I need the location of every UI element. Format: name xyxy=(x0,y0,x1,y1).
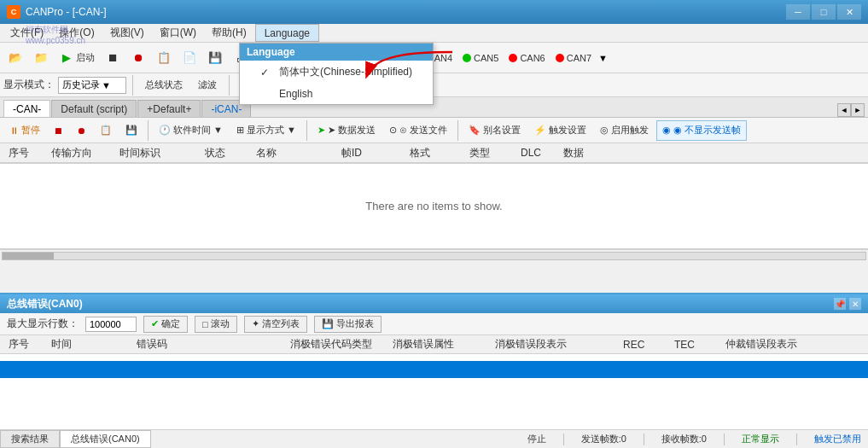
close-button[interactable]: ✕ xyxy=(837,4,861,20)
toolbar-stop[interactable]: ⏹ xyxy=(101,46,125,70)
alias-icon: 🔖 xyxy=(469,125,481,136)
pause-icon: ⏸ xyxy=(9,125,19,136)
selected-panel-row[interactable] xyxy=(0,361,868,378)
alias-settings-button[interactable]: 🔖 别名设置 xyxy=(463,120,527,141)
title-text: CANPro - [-CAN-] xyxy=(26,6,786,18)
status-trigger: 触发已禁用 xyxy=(814,433,861,445)
display-icon: ⊞ xyxy=(236,125,244,136)
status-tab-bus-error[interactable]: 总线错误(CAN0) xyxy=(60,430,151,448)
toolbar-copy[interactable]: 📋 xyxy=(152,46,176,70)
data-send-button[interactable]: ➤ ➤ 数据发送 xyxy=(312,120,382,141)
clear-label: 清空列表 xyxy=(262,317,300,330)
main-content-area[interactable]: There are no items to show. xyxy=(0,164,868,249)
minimize-button[interactable]: ─ xyxy=(786,4,810,20)
clear-list-button[interactable]: ✦ 清空列表 xyxy=(244,316,307,333)
app-icon: C xyxy=(7,5,20,19)
time-button[interactable]: 🕐 软件时间 ▼ xyxy=(153,120,229,141)
tab-nav-left[interactable]: ◄ xyxy=(837,103,851,117)
language-option-english[interactable]: English xyxy=(240,84,433,104)
scroll-thumb[interactable] xyxy=(3,253,54,259)
tab-nav-right[interactable]: ► xyxy=(851,103,865,117)
col-header-dlc: DLC xyxy=(516,147,558,159)
stop-button[interactable]: ⏹ xyxy=(48,120,69,141)
channels-more[interactable]: ▼ xyxy=(598,53,608,63)
max-rows-input[interactable] xyxy=(85,317,137,332)
can5-dot xyxy=(463,54,471,62)
tab-can[interactable]: -CAN- xyxy=(3,100,50,117)
toolbar-record[interactable]: ⏺ xyxy=(126,46,150,70)
status-sep1 xyxy=(563,433,564,445)
can-channel-7[interactable]: CAN7 xyxy=(552,51,595,65)
menu-file[interactable]: 文件(F) xyxy=(3,24,50,42)
toolbar-paste[interactable]: 📄 xyxy=(178,46,201,70)
can-channel-6[interactable]: CAN6 xyxy=(505,51,548,65)
trigger-settings-button[interactable]: ⚡ 触发设置 xyxy=(528,120,592,141)
sep2 xyxy=(229,75,230,96)
horizontal-scrollbar[interactable] xyxy=(0,249,868,261)
copy-button[interactable]: 📋 xyxy=(94,120,118,141)
display-mode-combo[interactable]: 历史记录 ▼ xyxy=(58,77,126,94)
tab-bar: -CAN- Default (script) +Default+ -iCAN- … xyxy=(0,97,868,118)
status-sent-frames: 发送帧数:0 xyxy=(581,433,626,445)
send-icon: ➤ xyxy=(317,125,325,136)
toolbar-start[interactable]: ▶启动 xyxy=(55,46,99,70)
enable-trigger-button[interactable]: ◎ 启用触发 xyxy=(594,120,655,141)
panel-title-controls: 📌 ✕ xyxy=(834,298,861,310)
filter-btn[interactable]: 滤波 xyxy=(192,75,223,96)
bus-status-btn[interactable]: 总线状态 xyxy=(139,75,189,96)
check-icon: ✓ xyxy=(260,67,274,79)
toolbar-save[interactable]: 💾 xyxy=(203,46,227,70)
panel-title: 总线错误(CAN0) xyxy=(7,297,83,311)
no-show-send-button[interactable]: ◉ ◉ 不显示发送帧 xyxy=(656,120,747,141)
scroll-toggle-button[interactable]: □ 滚动 xyxy=(195,316,237,333)
export-icon: 💾 xyxy=(322,318,334,329)
status-stop: 停止 xyxy=(527,433,546,445)
status-tab-search[interactable]: 搜索结果 xyxy=(0,430,60,448)
send-file-button[interactable]: ⊙ ⊙ 发送文件 xyxy=(383,120,453,141)
pcol-tec: TEC xyxy=(669,339,720,351)
maximize-button[interactable]: □ xyxy=(812,4,836,20)
scroll-track[interactable] xyxy=(2,252,866,260)
display-mode-value: 历史记录 xyxy=(62,79,100,91)
dropdown-arrow-icon: ▼ xyxy=(102,80,111,90)
pcol-passive-type: 消极错误代码类型 xyxy=(285,337,387,352)
red-arrow-indicator xyxy=(358,48,461,82)
status-sep4 xyxy=(796,433,797,445)
can7-label: CAN7 xyxy=(567,53,591,63)
can7-dot xyxy=(556,54,564,62)
file-icon: ⊙ xyxy=(389,125,397,136)
menu-window[interactable]: 窗口(W) xyxy=(153,24,203,42)
confirm-button[interactable]: ✔ 确定 xyxy=(143,316,188,333)
menu-view[interactable]: 视图(V) xyxy=(103,24,151,42)
toolbar-open[interactable]: 📁 xyxy=(29,46,53,70)
tab-default-script[interactable]: Default (script) xyxy=(51,100,137,117)
sep-display xyxy=(132,75,133,96)
panel-pin-button[interactable]: 📌 xyxy=(834,298,846,310)
save-log-button[interactable]: 💾 xyxy=(119,120,143,141)
bottom-panel: 总线错误(CAN0) 📌 ✕ 最大显示行数： ✔ 确定 □ 滚动 ✦ 清空列表 … xyxy=(0,293,868,429)
toolbar-new[interactable]: 📂 xyxy=(3,46,27,70)
can-channel-5[interactable]: CAN5 xyxy=(459,51,502,65)
menu-bar: 文件(F) 操作(O) 视图(V) 窗口(W) 帮助(H) Language xyxy=(0,24,868,43)
confirm-icon: ✔ xyxy=(151,318,159,329)
panel-title-bar: 总线错误(CAN0) 📌 ✕ xyxy=(0,294,868,313)
col-header-data: 数据 xyxy=(558,146,865,160)
stop-icon: ⏹ xyxy=(54,125,63,136)
tab-navigation: ◄ ► xyxy=(837,103,865,117)
menu-help[interactable]: 帮助(H) xyxy=(205,24,253,42)
pcol-passive-attr: 消极错误属性 xyxy=(387,337,490,352)
export-report-button[interactable]: 💾 导出报表 xyxy=(314,316,382,333)
record-button[interactable]: ⏺ xyxy=(71,120,92,141)
enable-icon: ◎ xyxy=(600,125,609,136)
menu-operations[interactable]: 操作(O) xyxy=(52,24,101,42)
panel-close-button[interactable]: ✕ xyxy=(849,298,861,310)
panel-content-area[interactable] xyxy=(0,354,868,414)
title-controls: ─ □ ✕ xyxy=(786,4,861,20)
display-mode-btn[interactable]: ⊞ 显示方式 ▼ xyxy=(230,120,302,141)
pcol-arb-disp: 仲裁错误段表示 xyxy=(720,337,865,352)
scroll-label: 滚动 xyxy=(211,317,230,330)
menu-language[interactable]: Language xyxy=(255,24,319,42)
status-received-frames: 接收帧数:0 xyxy=(661,433,707,445)
pause-button[interactable]: ⏸ 暂停 xyxy=(3,120,46,141)
tab-default-plus[interactable]: +Default+ xyxy=(137,100,201,117)
